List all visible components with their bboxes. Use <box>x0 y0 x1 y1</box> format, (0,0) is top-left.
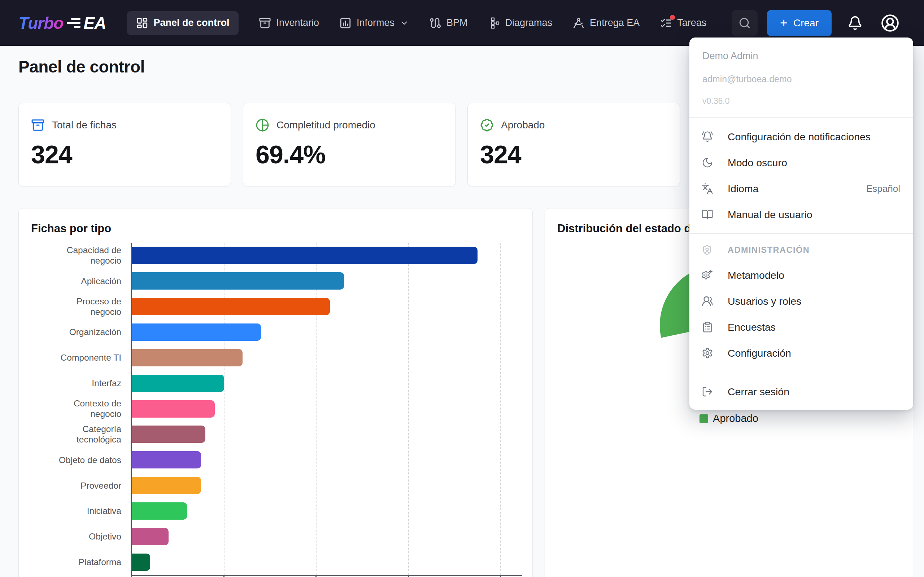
bar-Aplicación <box>132 272 344 290</box>
bar-Proveedor <box>132 477 201 494</box>
languages-icon <box>702 183 713 194</box>
archive-icon <box>31 118 45 132</box>
nav-item-tareas[interactable]: Tareas <box>660 17 706 29</box>
badge-check-icon <box>480 118 494 132</box>
legend-swatch-aprobado <box>699 414 708 423</box>
menu-section-administracion: ADMINISTRACIÓN <box>690 240 913 259</box>
moon-icon <box>702 157 713 168</box>
book-open-icon <box>702 209 713 220</box>
chart-box-icon <box>339 17 352 29</box>
menu-item-label: Configuración de notificaciones <box>728 131 871 143</box>
nav-items: Panel de control Inventario Informes BPM… <box>127 11 706 35</box>
user-avatar-icon <box>881 14 900 32</box>
nav-item-bpm[interactable]: BPM <box>429 17 468 29</box>
stat-label: Completitud promedio <box>276 119 375 131</box>
user-dropdown-header: Demo Admin admin@turboea.demo v0.36.0 <box>690 37 913 117</box>
menu-item-idioma[interactable]: Idioma Español <box>690 176 913 201</box>
category-label: Proceso de negocio <box>43 294 121 319</box>
bar-Proceso de negocio <box>132 298 330 315</box>
menu-item-label: Metamodelo <box>728 269 784 281</box>
create-button-label: Crear <box>793 17 819 29</box>
chevron-down-icon <box>399 18 409 28</box>
menu-item-manual-de-usuario[interactable]: Manual de usuario <box>690 201 913 227</box>
menu-item-configuracion-de-notificaciones[interactable]: Configuración de notificaciones <box>690 124 913 150</box>
category-label: Aplicación <box>43 268 121 294</box>
notifications-button[interactable] <box>848 16 863 31</box>
bell-ring-icon <box>702 131 713 142</box>
menu-item-label: Configuración <box>728 347 791 359</box>
archive-icon <box>259 17 271 29</box>
clipboard-list-icon <box>702 321 713 333</box>
nav-item-label: Inventario <box>276 17 319 29</box>
category-label: Objetivo <box>43 524 121 549</box>
menu-item-metamodelo[interactable]: Metamodelo <box>690 262 913 288</box>
log-out-icon <box>702 386 713 397</box>
x-axis-line <box>131 575 522 576</box>
bar-Plataforma <box>132 554 150 571</box>
bar-Iniciativa <box>132 502 187 520</box>
bar-Organización <box>132 324 261 341</box>
nav-item-label: Panel de control <box>153 17 229 29</box>
nav-item-label: BPM <box>446 17 468 29</box>
nav-right-cluster: + Crear <box>732 10 900 36</box>
logo-turbo: Turbo <box>18 13 63 33</box>
stat-label: Total de fichas <box>52 119 116 131</box>
nav-item-entrega-ea[interactable]: Entrega EA <box>572 17 640 29</box>
bar-Objetivo <box>132 528 168 545</box>
divider <box>690 233 913 234</box>
app-version: v0.36.0 <box>703 96 729 106</box>
cog-sparkles-icon <box>702 269 713 281</box>
logo-speed-lines-icon <box>67 18 81 28</box>
menu-item-label: Cerrar sesión <box>728 386 789 398</box>
gridline <box>500 243 501 575</box>
nav-item-inventario[interactable]: Inventario <box>259 17 319 29</box>
category-label: Organización <box>43 319 121 345</box>
menu-item-label: Manual de usuario <box>728 209 813 221</box>
menu-item-label: Encuestas <box>728 321 775 333</box>
stat-label: Aprobado <box>501 119 544 131</box>
bar-Componente TI <box>132 349 242 366</box>
user-dropdown-menu: Demo Admin admin@turboea.demo v0.36.0 Co… <box>690 37 913 410</box>
drafting-compass-icon <box>572 17 585 29</box>
menu-item-encuestas[interactable]: Encuestas <box>690 314 913 340</box>
bar-Contexto de negocio <box>132 400 215 417</box>
settings-icon <box>702 347 713 359</box>
menu-item-label: Usuarios y roles <box>728 295 801 307</box>
menu-item-configuracion[interactable]: Configuración <box>690 340 913 366</box>
stat-value: 324 <box>480 141 521 168</box>
user-menu-button[interactable] <box>881 14 900 32</box>
search-button[interactable] <box>732 10 758 36</box>
app-logo[interactable]: TurboEA <box>18 13 106 33</box>
bar-Interfaz <box>132 375 224 392</box>
nav-item-label: Entrega EA <box>590 17 640 29</box>
legend-label[interactable]: Aprobado <box>713 413 758 424</box>
nav-item-informes[interactable]: Informes <box>339 17 409 29</box>
category-label: Capacidad de negocio <box>43 243 121 268</box>
chart-legend: Aprobado <box>545 413 913 424</box>
category-label: Plataforma <box>43 549 121 575</box>
bar-chart-category-labels: Capacidad de negocioAplicaciónProceso de… <box>31 243 126 575</box>
menu-item-label: Modo oscuro <box>728 157 787 169</box>
menu-item-value: Español <box>866 183 900 194</box>
category-label: Iniciativa <box>43 498 121 524</box>
menu-item-label: Idioma <box>728 183 759 195</box>
create-button[interactable]: + Crear <box>767 10 832 36</box>
layout-dashboard-icon <box>136 17 149 29</box>
users-icon <box>702 295 713 307</box>
bar-Categoría tecnológica <box>132 425 205 443</box>
logo-ea: EA <box>83 13 106 33</box>
chart-title: Fichas por tipo <box>31 222 111 235</box>
search-icon <box>738 17 751 29</box>
user-name: Demo Admin <box>703 50 758 62</box>
nav-item-label: Informes <box>357 17 394 29</box>
diagram-tree-icon <box>488 17 500 29</box>
nav-item-panel-de-control[interactable]: Panel de control <box>127 11 239 35</box>
notification-dot <box>670 15 675 20</box>
menu-item-usuarios-y-roles[interactable]: Usuarios y roles <box>690 288 913 314</box>
menu-item-cerrar-sesion[interactable]: Cerrar sesión <box>690 379 913 405</box>
nav-item-diagramas[interactable]: Diagramas <box>488 17 552 29</box>
stat-card-total-de-fichas: Total de fichas 324 <box>18 103 231 187</box>
menu-item-modo-oscuro[interactable]: Modo oscuro <box>690 150 913 176</box>
route-icon <box>429 17 441 29</box>
bar-Capacidad de negocio <box>132 247 478 264</box>
